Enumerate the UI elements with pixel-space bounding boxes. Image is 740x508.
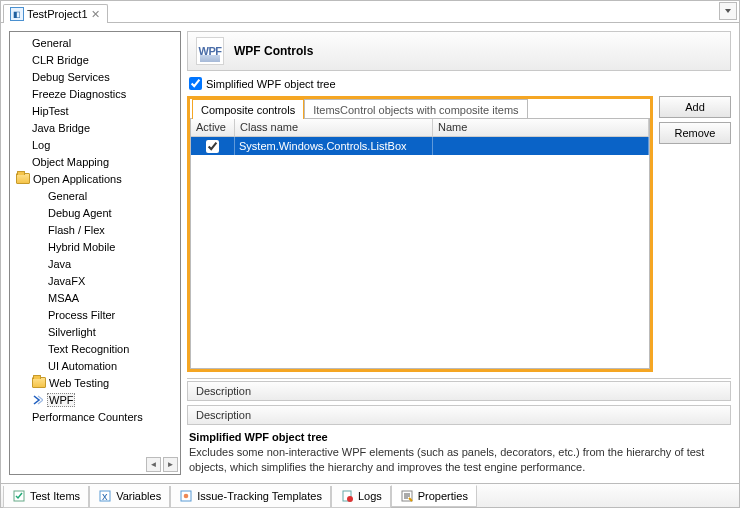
- tree-item[interactable]: Text Recognition: [10, 340, 180, 357]
- table-row[interactable]: System.Windows.Controls.ListBox: [191, 137, 649, 155]
- tree-item-wpf[interactable]: WPF: [10, 391, 180, 408]
- tree-item[interactable]: Hybrid Mobile: [10, 238, 180, 255]
- grid-buttons: Add Remove: [659, 96, 731, 372]
- grid-header: Active Class name Name: [191, 119, 649, 137]
- simplified-wpf-checkbox[interactable]: [189, 77, 202, 90]
- settings-tree[interactable]: General CLR Bridge Debug Services Freeze…: [10, 32, 180, 457]
- controls-body: Composite controls ItemsControl objects …: [187, 96, 731, 372]
- content-area: WPF WPF Controls Simplified WPF object t…: [187, 31, 731, 475]
- tree-item[interactable]: General: [10, 34, 180, 51]
- add-button[interactable]: Add: [659, 96, 731, 118]
- description-zone: Description Description Simplified WPF o…: [187, 378, 731, 475]
- col-name[interactable]: Name: [433, 119, 649, 136]
- svg-point-4: [184, 494, 189, 499]
- sidebar-scroll-controls: ◄ ►: [10, 457, 180, 474]
- remove-button[interactable]: Remove: [659, 122, 731, 144]
- properties-icon: [400, 489, 414, 503]
- description-text: Excludes some non-interactive WPF elemen…: [189, 445, 729, 475]
- logs-icon: [340, 489, 354, 503]
- col-classname[interactable]: Class name: [235, 119, 433, 136]
- cell-name[interactable]: [433, 137, 649, 155]
- tab-composite-controls[interactable]: Composite controls: [192, 99, 304, 119]
- cell-active[interactable]: [191, 137, 235, 155]
- tree-item[interactable]: CLR Bridge: [10, 51, 180, 68]
- tree-item[interactable]: Java: [10, 255, 180, 272]
- description-body: Simplified WPF object tree Excludes some…: [187, 429, 731, 475]
- tab-properties[interactable]: Properties: [391, 485, 477, 507]
- bottom-tabbar: Test Items x Variables Issue-Tracking Te…: [1, 483, 739, 507]
- tab-variables[interactable]: x Variables: [89, 486, 170, 508]
- tabbar-dropdown-button[interactable]: [719, 2, 737, 20]
- tree-item[interactable]: General: [10, 187, 180, 204]
- tree-item[interactable]: Debug Services: [10, 68, 180, 85]
- tree-item[interactable]: UI Automation: [10, 357, 180, 374]
- issue-tracking-icon: [179, 489, 193, 503]
- page-header: WPF WPF Controls: [187, 31, 731, 71]
- col-active[interactable]: Active: [191, 119, 235, 136]
- tab-logs[interactable]: Logs: [331, 486, 391, 508]
- grid-body: System.Windows.Controls.ListBox: [191, 137, 649, 368]
- tree-item[interactable]: JavaFX: [10, 272, 180, 289]
- arrow-right-icon: [32, 394, 44, 406]
- description-title: Simplified WPF object tree: [189, 431, 729, 443]
- settings-tree-panel: General CLR Bridge Debug Services Freeze…: [9, 31, 181, 475]
- tree-item-open-applications[interactable]: Open Applications: [10, 170, 180, 187]
- tree-item[interactable]: Java Bridge: [10, 119, 180, 136]
- tree-item[interactable]: Flash / Flex: [10, 221, 180, 238]
- composite-controls-zone: Composite controls ItemsControl objects …: [187, 96, 653, 372]
- description-header-2: Description: [187, 405, 731, 425]
- tree-item[interactable]: Silverlight: [10, 323, 180, 340]
- window: ◧ TestProject1 ✕ General CLR Bridge Debu…: [0, 0, 740, 508]
- tree-item[interactable]: HipTest: [10, 102, 180, 119]
- project-icon: ◧: [10, 7, 24, 21]
- wpf-logo-icon: WPF: [196, 37, 224, 65]
- inner-tabbar: Composite controls ItemsControl objects …: [190, 99, 650, 119]
- test-items-icon: [12, 489, 26, 503]
- simplified-wpf-label: Simplified WPF object tree: [206, 78, 336, 90]
- tab-issue-tracking[interactable]: Issue-Tracking Templates: [170, 486, 331, 508]
- project-tab[interactable]: ◧ TestProject1 ✕: [3, 4, 108, 23]
- tree-item[interactable]: Object Mapping: [10, 153, 180, 170]
- tab-test-items[interactable]: Test Items: [3, 486, 89, 508]
- tree-item[interactable]: Freeze Diagnostics: [10, 85, 180, 102]
- folder-open-icon: [32, 377, 46, 388]
- tree-item[interactable]: MSAA: [10, 289, 180, 306]
- controls-grid[interactable]: Active Class name Name System.Windows.Co…: [190, 118, 650, 369]
- project-tab-label: TestProject1: [27, 8, 88, 20]
- row-active-checkbox[interactable]: [206, 140, 219, 153]
- close-icon[interactable]: ✕: [91, 9, 101, 19]
- document-tabbar: ◧ TestProject1 ✕: [1, 1, 739, 23]
- folder-open-icon: [16, 173, 30, 184]
- svg-point-6: [347, 496, 353, 502]
- page-title: WPF Controls: [234, 44, 313, 58]
- tree-item[interactable]: Process Filter: [10, 306, 180, 323]
- main-area: General CLR Bridge Debug Services Freeze…: [1, 23, 739, 483]
- tree-item[interactable]: Debug Agent: [10, 204, 180, 221]
- cell-classname[interactable]: System.Windows.Controls.ListBox: [235, 137, 433, 155]
- scroll-left-button[interactable]: ◄: [146, 457, 161, 472]
- scroll-right-button[interactable]: ►: [163, 457, 178, 472]
- variables-icon: x: [98, 489, 112, 503]
- description-header: Description: [187, 381, 731, 401]
- tree-item[interactable]: Log: [10, 136, 180, 153]
- tree-item-web-testing[interactable]: Web Testing: [10, 374, 180, 391]
- tab-itemscontrol[interactable]: ItemsControl objects with composite item…: [304, 99, 527, 119]
- tree-item[interactable]: Performance Counters: [10, 408, 180, 425]
- simplified-wpf-checkbox-row[interactable]: Simplified WPF object tree: [187, 77, 731, 90]
- svg-text:x: x: [102, 490, 108, 502]
